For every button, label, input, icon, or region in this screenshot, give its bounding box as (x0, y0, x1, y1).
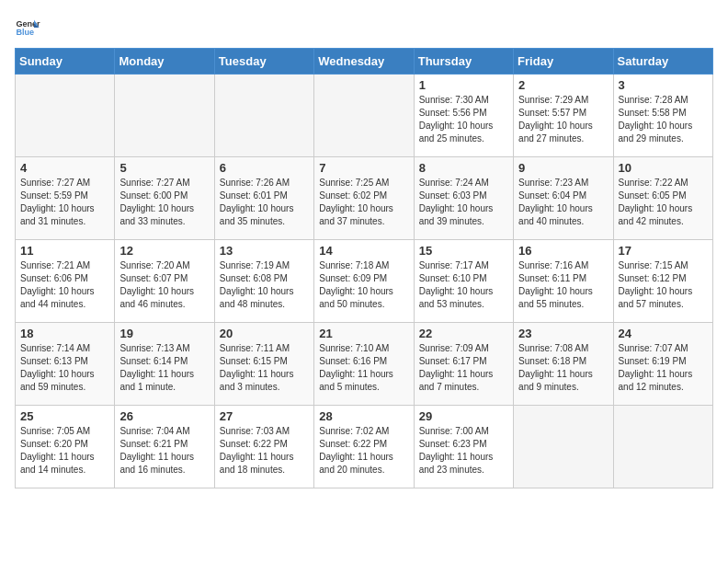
day-number: 18 (20, 327, 109, 340)
day-info: Sunrise: 7:21 AM Sunset: 6:06 PM Dayligh… (20, 259, 109, 311)
calendar-cell: 9Sunrise: 7:23 AM Sunset: 6:04 PM Daylig… (514, 157, 613, 240)
calendar-table: SundayMondayTuesdayWednesdayThursdayFrid… (15, 48, 713, 488)
weekday-header-thursday: Thursday (414, 49, 513, 75)
weekday-header-monday: Monday (115, 49, 214, 75)
calendar-cell: 22Sunrise: 7:09 AM Sunset: 6:17 PM Dayli… (414, 323, 513, 406)
calendar-cell: 6Sunrise: 7:26 AM Sunset: 6:01 PM Daylig… (214, 157, 313, 240)
calendar-week-5: 25Sunrise: 7:05 AM Sunset: 6:20 PM Dayli… (16, 406, 713, 488)
day-number: 26 (119, 409, 209, 423)
day-info: Sunrise: 7:27 AM Sunset: 6:00 PM Dayligh… (119, 177, 209, 228)
day-info: Sunrise: 7:02 AM Sunset: 6:22 PM Dayligh… (319, 425, 408, 477)
day-info: Sunrise: 7:23 AM Sunset: 6:04 PM Dayligh… (518, 177, 608, 228)
calendar-cell: 26Sunrise: 7:04 AM Sunset: 6:21 PM Dayli… (115, 406, 214, 488)
calendar-week-3: 11Sunrise: 7:21 AM Sunset: 6:06 PM Dayli… (16, 240, 713, 323)
weekday-header-sunday: Sunday (16, 49, 115, 75)
day-info: Sunrise: 7:04 AM Sunset: 6:21 PM Dayligh… (119, 425, 209, 477)
day-info: Sunrise: 7:07 AM Sunset: 6:19 PM Dayligh… (619, 342, 708, 394)
calendar-cell: 20Sunrise: 7:11 AM Sunset: 6:15 PM Dayli… (214, 323, 313, 406)
day-number: 1 (419, 78, 508, 92)
day-number: 7 (319, 161, 408, 175)
day-info: Sunrise: 7:18 AM Sunset: 6:09 PM Dayligh… (319, 259, 408, 311)
calendar-cell: 28Sunrise: 7:02 AM Sunset: 6:22 PM Dayli… (314, 406, 414, 488)
day-number: 19 (119, 327, 209, 340)
calendar-cell (16, 75, 115, 157)
day-number: 8 (419, 161, 508, 175)
day-info: Sunrise: 7:25 AM Sunset: 6:02 PM Dayligh… (319, 177, 408, 228)
calendar-cell (514, 406, 613, 488)
day-number: 16 (518, 244, 608, 258)
weekday-header-wednesday: Wednesday (314, 49, 414, 75)
day-number: 14 (319, 244, 408, 258)
day-info: Sunrise: 7:00 AM Sunset: 6:23 PM Dayligh… (419, 425, 508, 477)
day-info: Sunrise: 7:03 AM Sunset: 6:22 PM Dayligh… (220, 425, 309, 477)
day-number: 21 (319, 327, 408, 340)
calendar-cell: 16Sunrise: 7:16 AM Sunset: 6:11 PM Dayli… (514, 240, 613, 323)
calendar-cell: 19Sunrise: 7:13 AM Sunset: 6:14 PM Dayli… (115, 323, 214, 406)
day-number: 15 (419, 244, 508, 258)
logo-icon: General Blue (15, 15, 40, 40)
calendar-cell: 3Sunrise: 7:28 AM Sunset: 5:58 PM Daylig… (613, 75, 712, 157)
calendar-cell: 10Sunrise: 7:22 AM Sunset: 6:05 PM Dayli… (613, 157, 712, 240)
day-number: 13 (220, 244, 309, 258)
day-number: 4 (20, 161, 109, 175)
page-header: General Blue (15, 15, 713, 40)
day-info: Sunrise: 7:28 AM Sunset: 5:58 PM Dayligh… (619, 94, 708, 145)
day-info: Sunrise: 7:14 AM Sunset: 6:13 PM Dayligh… (20, 342, 109, 394)
day-info: Sunrise: 7:13 AM Sunset: 6:14 PM Dayligh… (119, 342, 209, 394)
day-number: 22 (419, 327, 508, 340)
calendar-cell: 27Sunrise: 7:03 AM Sunset: 6:22 PM Dayli… (214, 406, 313, 488)
calendar-cell: 1Sunrise: 7:30 AM Sunset: 5:56 PM Daylig… (414, 75, 513, 157)
calendar-cell (115, 75, 214, 157)
day-info: Sunrise: 7:17 AM Sunset: 6:10 PM Dayligh… (419, 259, 508, 311)
svg-text:Blue: Blue (16, 28, 34, 37)
calendar-cell: 14Sunrise: 7:18 AM Sunset: 6:09 PM Dayli… (314, 240, 414, 323)
day-info: Sunrise: 7:09 AM Sunset: 6:17 PM Dayligh… (419, 342, 508, 394)
day-info: Sunrise: 7:30 AM Sunset: 5:56 PM Dayligh… (419, 94, 508, 145)
day-number: 29 (419, 409, 508, 423)
calendar-cell: 2Sunrise: 7:29 AM Sunset: 5:57 PM Daylig… (514, 75, 613, 157)
day-info: Sunrise: 7:29 AM Sunset: 5:57 PM Dayligh… (518, 94, 608, 145)
day-info: Sunrise: 7:05 AM Sunset: 6:20 PM Dayligh… (20, 425, 109, 477)
day-info: Sunrise: 7:16 AM Sunset: 6:11 PM Dayligh… (518, 259, 608, 311)
calendar-week-2: 4Sunrise: 7:27 AM Sunset: 5:59 PM Daylig… (16, 157, 713, 240)
day-number: 9 (518, 161, 608, 175)
day-info: Sunrise: 7:10 AM Sunset: 6:16 PM Dayligh… (319, 342, 408, 394)
logo: General Blue (15, 15, 40, 40)
day-number: 11 (20, 244, 109, 258)
calendar-cell: 5Sunrise: 7:27 AM Sunset: 6:00 PM Daylig… (115, 157, 214, 240)
calendar-cell: 24Sunrise: 7:07 AM Sunset: 6:19 PM Dayli… (613, 323, 712, 406)
calendar-cell: 15Sunrise: 7:17 AM Sunset: 6:10 PM Dayli… (414, 240, 513, 323)
day-number: 5 (119, 161, 209, 175)
day-number: 3 (619, 78, 708, 92)
calendar-cell: 12Sunrise: 7:20 AM Sunset: 6:07 PM Dayli… (115, 240, 214, 323)
day-number: 24 (619, 327, 708, 340)
calendar-cell: 23Sunrise: 7:08 AM Sunset: 6:18 PM Dayli… (514, 323, 613, 406)
day-info: Sunrise: 7:11 AM Sunset: 6:15 PM Dayligh… (220, 342, 309, 394)
day-number: 27 (220, 409, 309, 423)
day-number: 25 (20, 409, 109, 423)
calendar-cell: 18Sunrise: 7:14 AM Sunset: 6:13 PM Dayli… (16, 323, 115, 406)
day-info: Sunrise: 7:08 AM Sunset: 6:18 PM Dayligh… (518, 342, 608, 394)
day-number: 28 (319, 409, 408, 423)
calendar-cell (314, 75, 414, 157)
day-info: Sunrise: 7:24 AM Sunset: 6:03 PM Dayligh… (419, 177, 508, 228)
day-number: 23 (518, 327, 608, 340)
day-info: Sunrise: 7:26 AM Sunset: 6:01 PM Dayligh… (220, 177, 309, 228)
day-info: Sunrise: 7:19 AM Sunset: 6:08 PM Dayligh… (220, 259, 309, 311)
calendar-cell: 4Sunrise: 7:27 AM Sunset: 5:59 PM Daylig… (16, 157, 115, 240)
day-info: Sunrise: 7:27 AM Sunset: 5:59 PM Dayligh… (20, 177, 109, 228)
calendar-cell: 21Sunrise: 7:10 AM Sunset: 6:16 PM Dayli… (314, 323, 414, 406)
day-number: 6 (220, 161, 309, 175)
calendar-week-1: 1Sunrise: 7:30 AM Sunset: 5:56 PM Daylig… (16, 75, 713, 157)
day-info: Sunrise: 7:22 AM Sunset: 6:05 PM Dayligh… (619, 177, 708, 228)
calendar-cell: 7Sunrise: 7:25 AM Sunset: 6:02 PM Daylig… (314, 157, 414, 240)
calendar-cell: 11Sunrise: 7:21 AM Sunset: 6:06 PM Dayli… (16, 240, 115, 323)
weekday-header-saturday: Saturday (613, 49, 712, 75)
day-info: Sunrise: 7:15 AM Sunset: 6:12 PM Dayligh… (619, 259, 708, 311)
calendar-week-4: 18Sunrise: 7:14 AM Sunset: 6:13 PM Dayli… (16, 323, 713, 406)
calendar-cell: 29Sunrise: 7:00 AM Sunset: 6:23 PM Dayli… (414, 406, 513, 488)
calendar-cell: 13Sunrise: 7:19 AM Sunset: 6:08 PM Dayli… (214, 240, 313, 323)
day-info: Sunrise: 7:20 AM Sunset: 6:07 PM Dayligh… (119, 259, 209, 311)
day-number: 10 (619, 161, 708, 175)
weekday-header-tuesday: Tuesday (214, 49, 313, 75)
